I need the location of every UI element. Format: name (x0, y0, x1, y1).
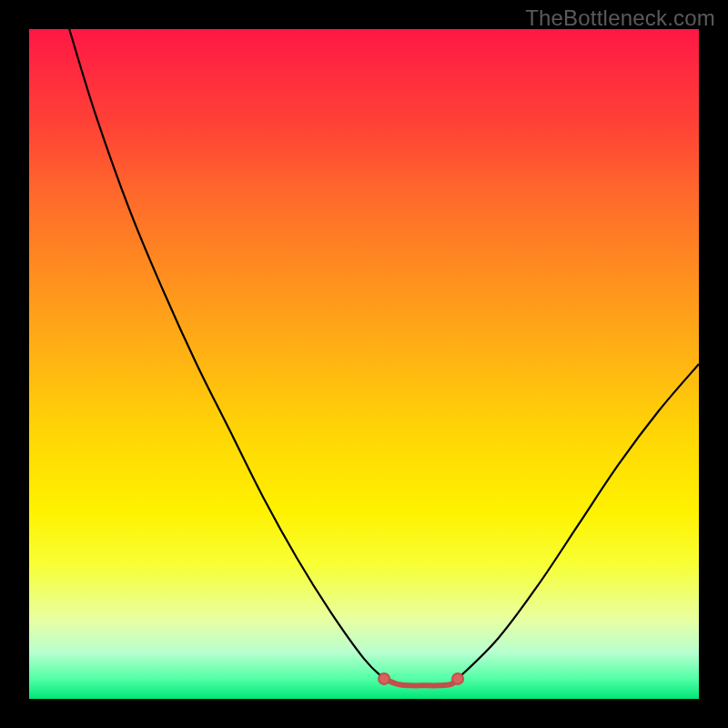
curve-right-branch (458, 364, 699, 679)
floor-endpoint-right (452, 673, 463, 684)
floor-segment-line (384, 679, 458, 685)
curve-left-branch (69, 29, 384, 679)
chart-svg (29, 29, 699, 699)
chart-plot-area (29, 29, 699, 699)
watermark-text: TheBottleneck.com (525, 5, 715, 31)
floor-endpoint-left (379, 673, 389, 684)
